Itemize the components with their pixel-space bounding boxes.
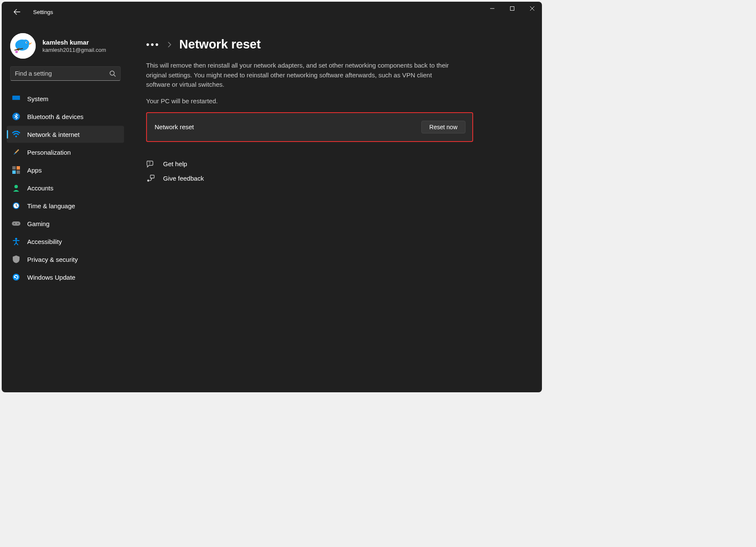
maximize-button[interactable] xyxy=(502,2,522,15)
svg-rect-17 xyxy=(12,166,16,170)
nav-label: Windows Update xyxy=(27,274,75,281)
avatar xyxy=(10,33,36,59)
feedback-icon xyxy=(146,174,155,183)
reset-now-button[interactable]: Reset now xyxy=(421,121,465,133)
shield-icon xyxy=(12,255,20,264)
sidebar-item-network[interactable]: Network & internet xyxy=(7,126,124,143)
sidebar-item-bluetooth[interactable]: Bluetooth & devices xyxy=(7,108,124,125)
nav-label: Apps xyxy=(27,167,42,174)
sidebar-item-accessibility[interactable]: Accessibility xyxy=(7,233,124,250)
svg-rect-18 xyxy=(17,166,20,170)
user-display-name: kamlesh kumar xyxy=(42,39,106,46)
search-icon xyxy=(109,70,116,77)
back-button[interactable] xyxy=(8,3,25,20)
close-button[interactable] xyxy=(522,2,542,15)
breadcrumb: ••• Network reset xyxy=(146,37,525,51)
titlebar: Settings xyxy=(2,2,542,22)
svg-point-28 xyxy=(17,223,18,224)
svg-point-11 xyxy=(110,71,114,75)
svg-rect-19 xyxy=(12,170,16,174)
svg-rect-20 xyxy=(17,170,20,174)
svg-text:?: ? xyxy=(148,161,150,165)
breadcrumb-more-icon[interactable]: ••• xyxy=(146,39,160,50)
restart-note: Your PC will be restarted. xyxy=(146,97,525,105)
wifi-icon xyxy=(12,130,20,139)
sidebar-item-accounts[interactable]: Accounts xyxy=(7,179,124,196)
maximize-icon xyxy=(510,6,515,11)
svg-point-10 xyxy=(15,51,18,53)
page-description: This will remove then reinstall all your… xyxy=(146,61,452,90)
search-box[interactable] xyxy=(10,66,121,81)
clock-icon xyxy=(12,201,20,210)
system-icon xyxy=(12,94,20,103)
user-email: kamlesh2011@gmail.com xyxy=(42,47,106,53)
get-help-link[interactable]: ? Get help xyxy=(146,160,525,168)
svg-point-16 xyxy=(15,136,17,137)
sidebar-item-privacy[interactable]: Privacy & security xyxy=(7,251,124,268)
apps-icon xyxy=(12,166,20,174)
sidebar-item-apps[interactable]: Apps xyxy=(7,162,124,179)
network-reset-card: Network reset Reset now xyxy=(146,112,473,142)
gamepad-icon xyxy=(12,219,20,228)
person-icon xyxy=(12,184,20,192)
nav-label: Privacy & security xyxy=(27,256,78,263)
card-label: Network reset xyxy=(155,123,194,130)
svg-point-21 xyxy=(14,185,18,188)
page-title: Network reset xyxy=(179,37,261,51)
svg-point-29 xyxy=(15,238,17,240)
minimize-icon xyxy=(490,6,495,11)
bluetooth-icon xyxy=(12,112,20,121)
paintbrush-icon xyxy=(12,148,20,156)
minimize-button[interactable] xyxy=(482,2,502,15)
svg-rect-26 xyxy=(12,221,20,226)
user-profile[interactable]: kamlesh kumar kamlesh2011@gmail.com xyxy=(2,27,129,66)
nav-label: System xyxy=(27,95,48,102)
nav-label: Bluetooth & devices xyxy=(27,113,84,120)
help-label: Get help xyxy=(163,160,187,167)
sidebar-item-system[interactable]: System xyxy=(7,90,124,107)
arrow-left-icon xyxy=(14,9,20,15)
sidebar-item-windows-update[interactable]: Windows Update xyxy=(7,269,124,286)
app-title: Settings xyxy=(33,9,53,15)
nav-list: System Bluetooth & devices Network & int… xyxy=(2,88,129,286)
feedback-label: Give feedback xyxy=(163,175,204,182)
svg-point-27 xyxy=(14,223,15,224)
svg-rect-1 xyxy=(510,7,514,11)
sidebar-item-gaming[interactable]: Gaming xyxy=(7,215,124,232)
nav-label: Time & language xyxy=(27,202,75,210)
svg-point-30 xyxy=(13,274,20,281)
content-area: ••• Network reset This will remove then … xyxy=(129,22,542,392)
svg-point-32 xyxy=(147,179,150,181)
svg-rect-33 xyxy=(150,175,154,178)
svg-point-8 xyxy=(26,42,27,43)
nav-label: Accessibility xyxy=(27,238,62,245)
nav-label: Personalization xyxy=(27,149,71,156)
svg-line-12 xyxy=(114,75,116,77)
sidebar: kamlesh kumar kamlesh2011@gmail.com Syst… xyxy=(2,22,129,392)
sidebar-item-personalization[interactable]: Personalization xyxy=(7,144,124,161)
nav-label: Gaming xyxy=(27,220,50,227)
nav-label: Network & internet xyxy=(27,131,79,138)
update-icon xyxy=(12,273,20,281)
svg-rect-14 xyxy=(12,100,20,101)
chevron-right-icon xyxy=(167,42,172,48)
accessibility-icon xyxy=(12,237,20,246)
svg-point-6 xyxy=(22,40,29,47)
help-icon: ? xyxy=(146,160,155,168)
give-feedback-link[interactable]: Give feedback xyxy=(146,174,525,183)
close-icon xyxy=(530,6,535,11)
search-input[interactable] xyxy=(15,70,109,77)
sidebar-item-time-language[interactable]: Time & language xyxy=(7,197,124,214)
nav-label: Accounts xyxy=(27,184,54,192)
